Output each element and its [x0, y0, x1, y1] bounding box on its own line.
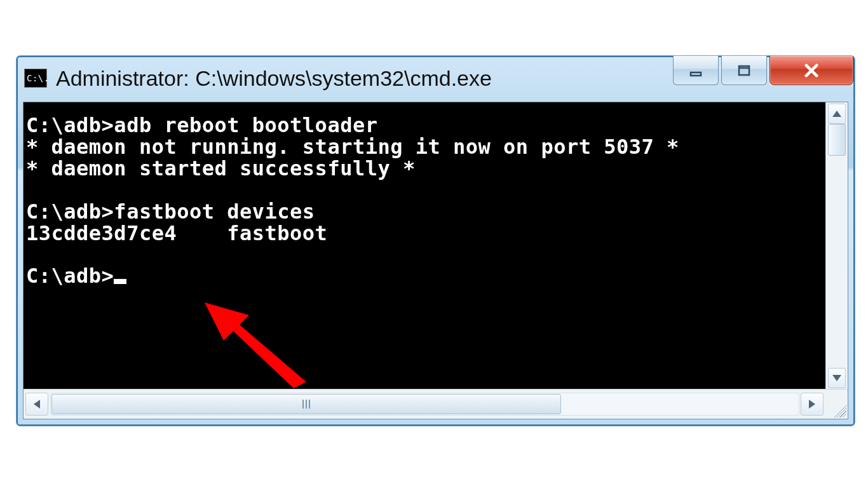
close-button[interactable] [770, 56, 853, 85]
resize-grip-icon[interactable] [832, 403, 846, 417]
window-title: Administrator: C:\windows\system32\cmd.e… [56, 66, 492, 91]
horizontal-scroll-thumb[interactable] [51, 394, 561, 414]
chevron-left-icon [34, 400, 40, 409]
vertical-scroll-thumb[interactable] [828, 124, 846, 156]
vertical-scrollbar[interactable] [825, 102, 848, 390]
terminal-output[interactable]: C:\adb>adb reboot bootloader * daemon no… [24, 102, 825, 390]
horizontal-scroll-track[interactable] [50, 393, 799, 416]
terminal-line: * daemon started successfully * [26, 156, 416, 180]
terminal-line: * daemon not running. starting it now on… [26, 135, 679, 159]
window-buttons [673, 56, 853, 85]
chevron-up-icon [832, 111, 841, 117]
maximize-icon [736, 63, 752, 78]
text-cursor [114, 279, 126, 284]
terminal-line: 13cdde3d7ce4 fastboot [26, 221, 327, 245]
scrollbar-corner [826, 390, 848, 419]
close-icon [803, 62, 820, 79]
horizontal-scrollbar[interactable] [24, 389, 848, 419]
minimize-button[interactable] [673, 56, 719, 85]
cmd-app-icon: C:\. [24, 69, 47, 88]
terminal-area: C:\adb>adb reboot bootloader * daemon no… [24, 102, 848, 390]
scroll-down-button[interactable] [828, 368, 846, 388]
command-prompt-window: C:\. Administrator: C:\windows\system32\… [17, 56, 855, 426]
annotation-arrow-icon [198, 287, 325, 388]
scroll-right-button[interactable] [801, 393, 824, 416]
terminal-line: C:\adb>adb reboot bootloader [26, 113, 377, 137]
svg-rect-0 [691, 72, 701, 76]
grip-icon [302, 400, 310, 409]
svg-marker-5 [205, 302, 306, 388]
terminal-prompt: C:\adb> [26, 264, 114, 288]
chevron-down-icon [832, 375, 841, 381]
scroll-left-button[interactable] [25, 393, 48, 416]
titlebar[interactable]: C:\. Administrator: C:\windows\system32\… [18, 57, 853, 99]
chevron-right-icon [809, 400, 815, 409]
scroll-up-button[interactable] [828, 104, 846, 124]
maximize-button[interactable] [721, 56, 767, 85]
minimize-icon [688, 63, 703, 78]
client-area: C:\adb>adb reboot bootloader * daemon no… [23, 102, 848, 419]
cmd-app-icon-label: C:\. [27, 74, 50, 83]
terminal-line: C:\adb>fastboot devices [26, 200, 315, 224]
